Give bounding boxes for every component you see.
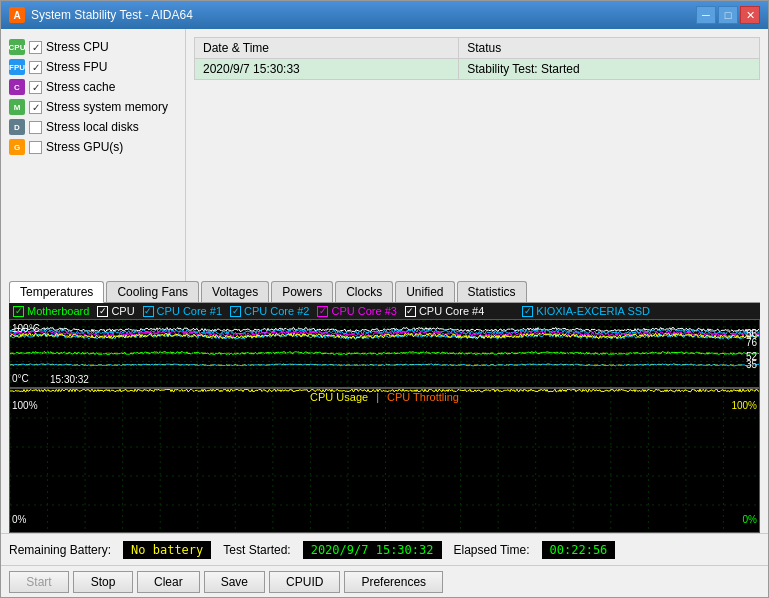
stress-items-list: CPUStress CPUFPUStress FPUCStress cacheM… (9, 37, 177, 157)
gpu-icon: G (9, 139, 25, 155)
cpu-usage-label: CPU Usage (310, 391, 368, 403)
minimize-button[interactable]: ─ (696, 6, 716, 24)
button-bar: Start Stop Clear Save CPUID Preferences (1, 565, 768, 597)
disk-icon: D (9, 119, 25, 135)
stop-button[interactable]: Stop (73, 571, 133, 593)
fpu-checkbox[interactable] (29, 61, 42, 74)
cell-datetime: 2020/9/7 15:30:33 (195, 59, 459, 80)
elapsed-value: 00:22:56 (542, 541, 616, 559)
fpu-icon: FPU (9, 59, 25, 75)
disk-label: Stress local disks (46, 120, 139, 134)
status-table: Date & Time Status 2020/9/7 15:30:33 Sta… (194, 37, 760, 80)
tab-statistics[interactable]: Statistics (457, 281, 527, 302)
legend-cpu-core-#4[interactable]: CPU Core #4 (405, 305, 484, 317)
temp-x-label: 15:30:32 (50, 374, 89, 385)
start-button[interactable]: Start (9, 571, 69, 593)
stress-item-memory[interactable]: MStress system memory (9, 97, 177, 117)
memory-checkbox[interactable] (29, 101, 42, 114)
preferences-button[interactable]: Preferences (344, 571, 443, 593)
legend-motherboard[interactable]: Motherboard (13, 305, 89, 317)
usage-canvas (10, 389, 760, 533)
temp-chart: 100°C 0°C 15:30:32 86 76 52 35 (9, 319, 760, 388)
status-row: 2020/9/7 15:30:33 Stability Test: Starte… (195, 59, 760, 80)
usage-chart-title: CPU Usage | CPU Throttling (310, 391, 459, 403)
temp-val-35: 35 (746, 359, 757, 370)
legend-cpu-core-#1[interactable]: CPU Core #1 (143, 305, 222, 317)
cpu-checkbox[interactable] (29, 41, 42, 54)
stress-item-cache[interactable]: CStress cache (9, 77, 177, 97)
stress-item-gpu[interactable]: GStress GPU(s) (9, 137, 177, 157)
title-bar: A System Stability Test - AIDA64 ─ □ ✕ (1, 1, 768, 29)
disk-checkbox[interactable] (29, 121, 42, 134)
col-datetime: Date & Time (195, 38, 459, 59)
tab-powers[interactable]: Powers (271, 281, 333, 302)
gpu-label: Stress GPU(s) (46, 140, 123, 154)
close-button[interactable]: ✕ (740, 6, 760, 24)
stress-item-fpu[interactable]: FPUStress FPU (9, 57, 177, 77)
legend-kioxia[interactable]: KIOXIA-EXCERIA SSD (522, 305, 650, 317)
stress-item-disk[interactable]: DStress local disks (9, 117, 177, 137)
temp-val-76: 76 (746, 337, 757, 348)
main-content: CPUStress CPUFPUStress FPUCStress cacheM… (1, 29, 768, 281)
maximize-button[interactable]: □ (718, 6, 738, 24)
test-started-label: Test Started: (223, 543, 290, 557)
memory-label: Stress system memory (46, 100, 168, 114)
legend-cpu[interactable]: CPU (97, 305, 134, 317)
cpu-icon: CPU (9, 39, 25, 55)
usage-right-min: 0% (743, 514, 757, 525)
title-controls: ─ □ ✕ (696, 6, 760, 24)
title-separator: | (376, 391, 379, 403)
cell-status: Stability Test: Started (459, 59, 760, 80)
chart-area: MotherboardCPUCPU Core #1CPU Core #2CPU … (9, 303, 760, 533)
temp-y-min: 0°C (12, 373, 29, 384)
tab-bar: TemperaturesCooling FansVoltagesPowersCl… (9, 281, 760, 303)
right-panel: Date & Time Status 2020/9/7 15:30:33 Sta… (186, 29, 768, 281)
cpu-throttling-label: CPU Throttling (387, 391, 459, 403)
bottom-bar: Remaining Battery: No battery Test Start… (1, 533, 768, 565)
tab-cooling[interactable]: Cooling Fans (106, 281, 199, 302)
main-window: A System Stability Test - AIDA64 ─ □ ✕ C… (0, 0, 769, 598)
gpu-checkbox[interactable] (29, 141, 42, 154)
tab-clocks[interactable]: Clocks (335, 281, 393, 302)
save-button[interactable]: Save (204, 571, 265, 593)
cache-checkbox[interactable] (29, 81, 42, 94)
elapsed-label: Elapsed Time: (454, 543, 530, 557)
left-panel: CPUStress CPUFPUStress FPUCStress cacheM… (1, 29, 186, 281)
legend-cpu-core-#3[interactable]: CPU Core #3 (317, 305, 396, 317)
tab-voltages[interactable]: Voltages (201, 281, 269, 302)
temp-legend: MotherboardCPUCPU Core #1CPU Core #2CPU … (9, 303, 760, 319)
clear-button[interactable]: Clear (137, 571, 200, 593)
tab-temperatures[interactable]: Temperatures (9, 281, 104, 303)
memory-icon: M (9, 99, 25, 115)
fpu-label: Stress FPU (46, 60, 107, 74)
legend-cpu-core-#2[interactable]: CPU Core #2 (230, 305, 309, 317)
usage-chart: CPU Usage | CPU Throttling 100% 0% 100% … (9, 388, 760, 533)
usage-y-max: 100% (12, 400, 38, 411)
app-icon: A (9, 7, 25, 23)
battery-label: Remaining Battery: (9, 543, 111, 557)
cache-icon: C (9, 79, 25, 95)
cache-label: Stress cache (46, 80, 115, 94)
col-status: Status (459, 38, 760, 59)
battery-value: No battery (123, 541, 211, 559)
usage-right-max: 100% (731, 400, 757, 411)
test-started-value: 2020/9/7 15:30:32 (303, 541, 442, 559)
window-title: System Stability Test - AIDA64 (31, 8, 193, 22)
title-bar-left: A System Stability Test - AIDA64 (9, 7, 193, 23)
charts-panel: TemperaturesCooling FansVoltagesPowersCl… (1, 281, 768, 533)
temp-y-max: 100°C (12, 323, 40, 334)
temp-canvas (10, 320, 760, 388)
cpuid-button[interactable]: CPUID (269, 571, 340, 593)
usage-y-min: 0% (12, 514, 26, 525)
stress-item-cpu[interactable]: CPUStress CPU (9, 37, 177, 57)
tab-unified[interactable]: Unified (395, 281, 454, 302)
cpu-label: Stress CPU (46, 40, 109, 54)
